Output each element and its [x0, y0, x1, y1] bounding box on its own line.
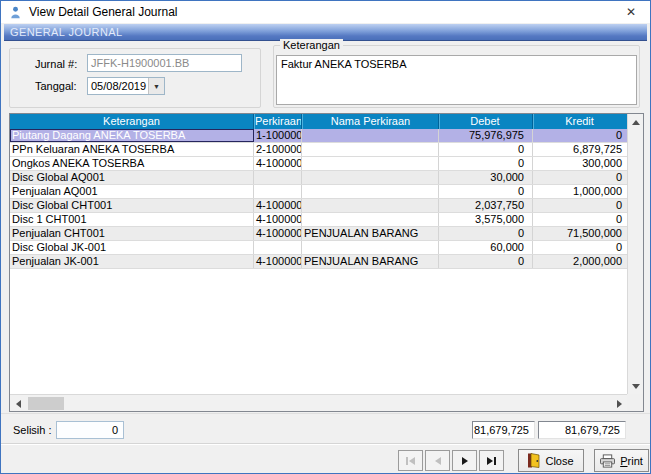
column-header-perkiraan[interactable]: Perkiraan	[254, 114, 302, 129]
cell-perkiraan[interactable]: 1-1000002	[254, 129, 302, 142]
button-row: Close Print	[1, 443, 650, 473]
cell-nama-perkiraan[interactable]: PENJUALAN BARANG	[302, 227, 439, 240]
window-title: View Detail General Journal	[29, 5, 178, 19]
selisih-label: Selisih :	[13, 424, 52, 436]
cell-debet[interactable]: 60,000	[439, 241, 533, 254]
scroll-up-icon[interactable]	[628, 114, 644, 130]
nav-next-button[interactable]	[452, 450, 477, 471]
jurnal-number-field[interactable]: JFFK-H1900001.BB	[87, 54, 242, 72]
close-button[interactable]: Close	[518, 449, 584, 472]
table-row[interactable]: Disc Global JK-001 60,000 0	[10, 241, 627, 255]
cell-perkiraan[interactable]: 2-1000001	[254, 143, 302, 156]
vertical-scrollbar[interactable]	[627, 114, 643, 394]
print-button[interactable]: Print	[594, 449, 649, 472]
cell-nama-perkiraan[interactable]	[302, 199, 439, 212]
cell-kredit[interactable]: 0	[533, 199, 627, 212]
cell-keterangan[interactable]: Disc Global JK-001	[10, 241, 254, 254]
keterangan-groupbox: Keterangan Faktur ANEKA TOSERBA	[273, 45, 640, 108]
column-header-debet[interactable]: Debet	[439, 114, 533, 129]
cell-nama-perkiraan[interactable]	[302, 129, 439, 142]
cell-nama-perkiraan[interactable]	[302, 157, 439, 170]
total-debet-box: 81,679,725	[472, 421, 535, 439]
cell-nama-perkiraan[interactable]: PENJUALAN BARANG	[302, 255, 439, 268]
cell-debet[interactable]: 0	[439, 185, 533, 198]
printer-icon	[600, 454, 615, 468]
cell-kredit[interactable]: 0	[533, 241, 627, 254]
scrollbar-corner	[627, 394, 643, 411]
status-row: Selisih : 0 81,679,725 81,679,725	[1, 413, 650, 443]
table-row[interactable]: Disc Global AQ001 30,000 0	[10, 171, 627, 185]
cell-kredit[interactable]: 0	[533, 213, 627, 226]
jurnal-label: Jurnal #:	[35, 58, 77, 70]
column-header-nama-perkiraan[interactable]: Nama Perkiraan	[302, 114, 439, 129]
cell-keterangan[interactable]: Penjualan CHT001	[10, 227, 254, 240]
cell-debet[interactable]: 75,976,975	[439, 129, 533, 142]
cell-debet[interactable]: 2,037,750	[439, 199, 533, 212]
column-header-keterangan[interactable]: Keterangan	[10, 114, 254, 129]
grid-body: Piutang Dagang ANEKA TOSERBA 1-1000002 7…	[10, 129, 627, 269]
cell-debet[interactable]: 0	[439, 255, 533, 268]
cell-kredit[interactable]: 1,000,000	[533, 185, 627, 198]
cell-kredit[interactable]: 0	[533, 129, 627, 142]
cell-nama-perkiraan[interactable]	[302, 241, 439, 254]
tanggal-datepicker[interactable]: 05/08/2019 ▼	[87, 77, 165, 95]
cell-nama-perkiraan[interactable]	[302, 143, 439, 156]
table-row[interactable]: Penjualan CHT001 4-1000001 PENJUALAN BAR…	[10, 227, 627, 241]
scroll-down-icon[interactable]	[628, 378, 644, 394]
cell-perkiraan[interactable]: 4-1000002	[254, 199, 302, 212]
column-header-kredit[interactable]: Kredit	[533, 114, 627, 129]
cell-keterangan[interactable]: Ongkos ANEKA TOSERBA	[10, 157, 254, 170]
close-button-label: Close	[545, 455, 573, 467]
print-button-label: Print	[620, 455, 643, 467]
cell-debet[interactable]: 30,000	[439, 171, 533, 184]
cell-keterangan[interactable]: Disc Global CHT001	[10, 199, 254, 212]
tanggal-label: Tanggal:	[35, 80, 77, 92]
cell-nama-perkiraan[interactable]	[302, 171, 439, 184]
cell-keterangan[interactable]: Penjualan AQ001	[10, 185, 254, 198]
cell-perkiraan[interactable]: 4-1000001	[254, 255, 302, 268]
cell-perkiraan[interactable]: 4-1000001	[254, 227, 302, 240]
cell-perkiraan[interactable]: 4-1000002	[254, 213, 302, 226]
cell-kredit[interactable]: 71,500,000	[533, 227, 627, 240]
cell-debet[interactable]: 0	[439, 227, 533, 240]
cell-keterangan[interactable]: PPn Keluaran ANEKA TOSERBA	[10, 143, 254, 156]
cell-kredit[interactable]: 6,879,725	[533, 143, 627, 156]
cell-keterangan[interactable]: Piutang Dagang ANEKA TOSERBA	[10, 129, 254, 142]
cell-debet[interactable]: 3,575,000	[439, 213, 533, 226]
cell-perkiraan[interactable]: 4-1000006	[254, 157, 302, 170]
keterangan-memo[interactable]: Faktur ANEKA TOSERBA	[276, 55, 637, 105]
table-row[interactable]: Penjualan AQ001 0 1,000,000	[10, 185, 627, 199]
table-row[interactable]: Piutang Dagang ANEKA TOSERBA 1-1000002 7…	[10, 129, 627, 143]
nav-first-button[interactable]	[398, 450, 423, 471]
cell-perkiraan[interactable]	[254, 185, 302, 198]
nav-previous-button[interactable]	[425, 450, 450, 471]
cell-keterangan[interactable]: Disc 1 CHT001	[10, 213, 254, 226]
close-window-icon[interactable]: ✕	[612, 1, 650, 23]
cell-debet[interactable]: 0	[439, 157, 533, 170]
chevron-down-icon[interactable]: ▼	[148, 78, 164, 94]
cell-keterangan[interactable]: Penjualan JK-001	[10, 255, 254, 268]
dialog-view-detail-general-journal: View Detail General Journal ✕ GENERAL JO…	[0, 0, 651, 474]
table-row[interactable]: Disc 1 CHT001 4-1000002 3,575,000 0	[10, 213, 627, 227]
cell-keterangan[interactable]: Disc Global AQ001	[10, 171, 254, 184]
table-row[interactable]: Penjualan JK-001 4-1000001 PENJUALAN BAR…	[10, 255, 627, 269]
cell-nama-perkiraan[interactable]	[302, 213, 439, 226]
table-row[interactable]: Disc Global CHT001 4-1000002 2,037,750 0	[10, 199, 627, 213]
table-row[interactable]: Ongkos ANEKA TOSERBA 4-1000006 0 300,000	[10, 157, 627, 171]
cell-perkiraan[interactable]	[254, 171, 302, 184]
scroll-right-icon[interactable]	[611, 395, 627, 412]
cell-kredit[interactable]: 0	[533, 171, 627, 184]
selisih-field[interactable]: 0	[56, 421, 124, 439]
horizontal-scroll-thumb[interactable]	[28, 397, 64, 410]
keterangan-label: Keterangan	[280, 39, 343, 51]
total-kredit-box: 81,679,725	[538, 421, 626, 439]
cell-kredit[interactable]: 300,000	[533, 157, 627, 170]
cell-nama-perkiraan[interactable]	[302, 185, 439, 198]
scroll-left-icon[interactable]	[10, 395, 26, 412]
cell-kredit[interactable]: 2,000,000	[533, 255, 627, 268]
table-row[interactable]: PPn Keluaran ANEKA TOSERBA 2-1000001 0 6…	[10, 143, 627, 157]
cell-perkiraan[interactable]	[254, 241, 302, 254]
horizontal-scrollbar[interactable]	[10, 394, 627, 411]
nav-last-button[interactable]	[479, 450, 504, 471]
cell-debet[interactable]: 0	[439, 143, 533, 156]
